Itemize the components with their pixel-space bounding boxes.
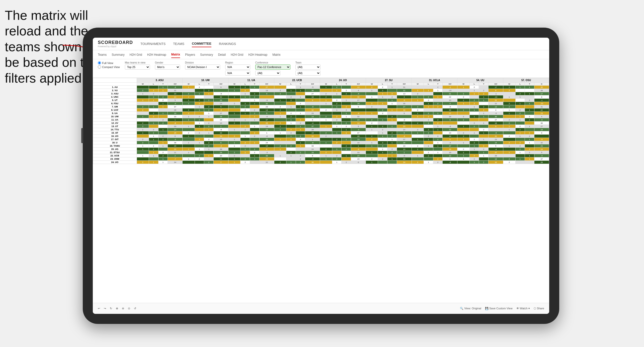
matrix-cell[interactable] — [332, 135, 342, 138]
matrix-cell[interactable]: 1 — [469, 144, 479, 148]
matrix-cell[interactable]: -9 — [351, 112, 366, 115]
matrix-cell[interactable] — [503, 154, 515, 157]
matrix-cell[interactable]: 1 — [250, 102, 259, 105]
matrix-cell[interactable]: 1 — [515, 115, 525, 118]
matrix-cell[interactable]: 1 — [250, 154, 259, 157]
matrix-cell[interactable]: 1 — [387, 99, 397, 102]
compact-view-input[interactable] — [98, 65, 101, 69]
matrix-cell[interactable]: -1 — [534, 99, 549, 102]
matrix-cell[interactable]: 1 — [286, 154, 296, 157]
matrix-cell[interactable]: -5 — [443, 105, 457, 108]
matrix-cell[interactable]: 5 — [534, 151, 549, 154]
matrix-cell[interactable] — [525, 89, 534, 92]
matrix-cell[interactable]: 1 — [412, 99, 424, 102]
matrix-cell[interactable]: 2 — [183, 131, 195, 135]
matrix-cell[interactable]: 1 — [228, 144, 240, 148]
matrix-cell[interactable]: 18 — [534, 128, 549, 131]
matrix-cell[interactable]: 2 — [378, 125, 387, 128]
matrix-cell[interactable]: 24 — [259, 141, 274, 144]
matrix-cell[interactable]: 2 — [387, 151, 397, 154]
matrix-cell[interactable]: 2 — [387, 131, 397, 135]
matrix-cell[interactable]: 1 — [479, 131, 489, 135]
matrix-cell[interactable]: 1 — [515, 102, 525, 105]
matrix-cell[interactable]: 6 — [213, 141, 228, 144]
matrix-cell[interactable] — [351, 108, 366, 112]
matrix-cell[interactable]: 2 — [342, 161, 351, 164]
matrix-cell[interactable]: 1 — [469, 108, 479, 112]
matrix-cell[interactable] — [479, 157, 489, 161]
matrix-cell[interactable] — [515, 154, 525, 157]
matrix-wrapper[interactable]: 3. ASU 10. UW 11. UA 22. UCB 24. UO 27. … — [93, 78, 549, 303]
matrix-cell[interactable]: 2 — [342, 108, 351, 112]
matrix-cell[interactable] — [342, 86, 351, 89]
matrix-cell[interactable] — [424, 148, 433, 151]
matrix-cell[interactable]: 2 — [387, 148, 397, 151]
matrix-cell[interactable]: 32 — [168, 89, 183, 92]
matrix-cell[interactable]: 1 — [332, 105, 342, 108]
matrix-cell[interactable]: 1 — [137, 99, 149, 102]
matrix-cell[interactable]: 1 — [332, 92, 342, 95]
matrix-cell[interactable]: 2 — [158, 151, 168, 154]
matrix-cell[interactable]: 1 — [387, 118, 397, 122]
matrix-cell[interactable] — [342, 102, 351, 105]
matrix-cell[interactable]: 1 — [286, 135, 296, 138]
matrix-cell[interactable]: 1 — [274, 148, 286, 151]
matrix-cell[interactable] — [479, 141, 489, 144]
matrix-cell[interactable]: 36 — [351, 95, 366, 99]
matrix-cell[interactable]: 2 — [240, 86, 250, 89]
matrix-cell[interactable]: 32 — [259, 102, 274, 105]
matrix-cell[interactable] — [137, 112, 149, 115]
matrix-cell[interactable]: 1 — [387, 125, 397, 128]
matrix-cell[interactable]: 1 — [204, 115, 214, 118]
matrix-cell[interactable]: 1 — [525, 154, 534, 157]
matrix-cell[interactable]: 2 — [195, 118, 204, 122]
matrix-cell[interactable] — [433, 115, 443, 118]
matrix-cell[interactable]: 28 — [168, 108, 183, 112]
matrix-cell[interactable] — [137, 118, 149, 122]
matrix-cell[interactable] — [183, 89, 195, 92]
matrix-cell[interactable] — [137, 102, 149, 105]
matrix-cell[interactable]: 2 — [250, 112, 259, 115]
matrix-cell[interactable] — [183, 105, 195, 108]
matrix-cell[interactable]: 1 — [149, 138, 158, 141]
matrix-cell[interactable]: 1 — [183, 86, 195, 89]
matrix-cell[interactable]: -3 — [213, 144, 228, 148]
matrix-cell[interactable]: 2 — [433, 122, 443, 125]
matrix-cell[interactable]: 1 — [183, 102, 195, 105]
matrix-cell[interactable]: 2 — [183, 95, 195, 99]
matrix-cell[interactable]: -1 — [443, 86, 457, 89]
matrix-cell[interactable]: 1 — [515, 157, 525, 161]
matrix-cell[interactable]: 2 — [228, 95, 240, 99]
matrix-cell[interactable]: 1 — [479, 151, 489, 154]
matrix-cell[interactable]: 1 — [433, 151, 443, 154]
matrix-cell[interactable]: 2 — [332, 141, 342, 144]
matrix-cell[interactable]: 32 — [443, 128, 457, 131]
matrix-cell[interactable] — [158, 131, 168, 135]
matrix-cell[interactable] — [250, 128, 259, 131]
matrix-cell[interactable]: 18 — [305, 95, 320, 99]
matrix-cell[interactable] — [378, 161, 387, 164]
matrix-cell[interactable]: 1 — [149, 122, 158, 125]
matrix-cell[interactable]: 1 — [424, 122, 433, 125]
matrix-cell[interactable]: 9 — [305, 99, 320, 102]
matrix-cell[interactable]: 1 — [424, 118, 433, 122]
matrix-cell[interactable] — [274, 141, 286, 144]
matrix-cell[interactable]: 2 — [433, 105, 443, 108]
matrix-cell[interactable] — [366, 99, 378, 102]
matrix-cell[interactable]: 2 — [204, 144, 214, 148]
matrix-cell[interactable]: 27 — [489, 118, 503, 122]
matrix-cell[interactable]: -9 — [397, 118, 412, 122]
matrix-cell[interactable]: 2 — [240, 105, 250, 108]
matrix-cell[interactable]: 1 — [378, 151, 387, 154]
matrix-cell[interactable]: 1 — [250, 157, 259, 161]
matrix-cell[interactable]: 1 — [351, 144, 366, 148]
matrix-cell[interactable]: 13 — [351, 86, 366, 89]
matrix-cell[interactable]: 2 — [378, 128, 387, 131]
matrix-cell[interactable]: 2 — [274, 144, 286, 148]
matrix-cell[interactable]: 2 — [412, 108, 424, 112]
matrix-cell[interactable]: 23 — [489, 138, 503, 141]
matrix-cell[interactable]: 27 — [305, 92, 320, 95]
undo-button[interactable]: ↩ — [98, 307, 100, 310]
matrix-cell[interactable]: 6 — [259, 148, 274, 151]
matrix-cell[interactable]: 2 — [503, 135, 515, 138]
